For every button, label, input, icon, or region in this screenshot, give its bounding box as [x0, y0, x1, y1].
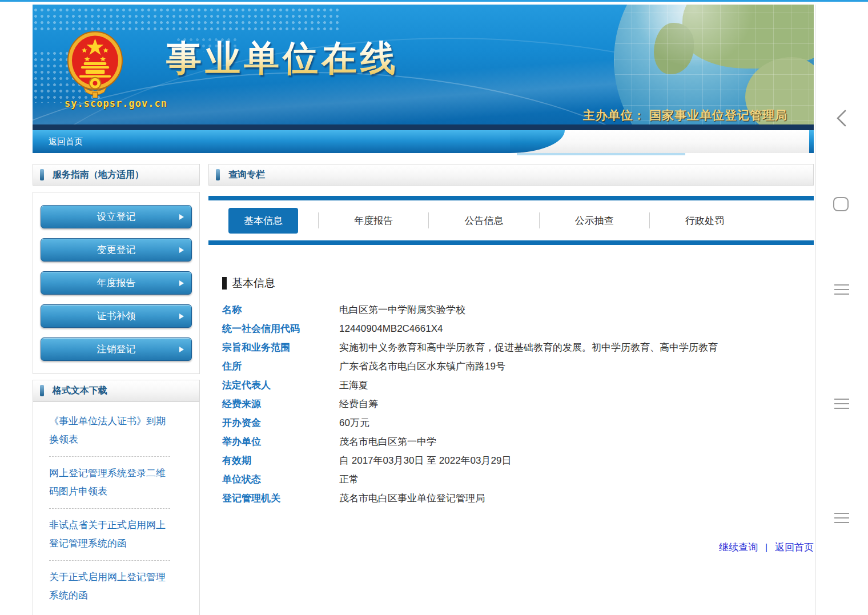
site-title: 事业单位在线 — [166, 34, 399, 82]
tab-row: 基本信息 年度报告 公告信息 公示抽查 行政处罚 — [208, 200, 814, 240]
viewport-right-border — [815, 5, 815, 615]
field-row-validity-period: 有效期 自 2017年03月30日 至 2022年03月29日 — [222, 451, 814, 470]
field-value: 王海夏 — [339, 376, 806, 395]
chevron-left-icon[interactable] — [834, 108, 849, 128]
main-panel: 查询专栏 基本信息 年度报告 公告信息 公示抽查 行政处罚 基本信息 — [208, 164, 814, 554]
sidebar-download-header-label: 格式文本下载 — [53, 385, 107, 397]
home-link[interactable]: 返回首页 — [33, 130, 83, 153]
field-value: 实施初中义务教育和高中学历教育，促进基础教育的发展。初中学历教育、高中学历教育 — [339, 338, 806, 357]
field-value: 茂名市电白区第一中学 — [339, 432, 806, 451]
download-link-nonpilot-letter[interactable]: 非试点省关于正式启用网上登记管理系统的函 — [49, 516, 170, 553]
sidebar-buttons-panel: 设立登记 变更登记 年度报告 证书补领 注销登记 — [33, 192, 200, 374]
hamburger-menu-icon[interactable] — [834, 513, 849, 523]
field-label: 名称 — [222, 300, 339, 319]
tab-bottom-bar — [208, 240, 814, 245]
download-link-certificate-renewal[interactable]: 《事业单位法人证书》到期换领表 — [49, 412, 170, 449]
tab-public-spot-check[interactable]: 公示抽查 — [575, 214, 614, 227]
field-label: 举办单位 — [222, 432, 339, 451]
hamburger-menu-icon[interactable] — [834, 284, 849, 295]
return-home-link[interactable]: 返回首页 — [775, 542, 814, 553]
sidebar-download-panel: 《事业单位法人证书》到期换领表 网上登记管理系统登录二维码图片申领表 非试点省关… — [33, 401, 200, 615]
tab-announcement[interactable]: 公告信息 — [465, 214, 504, 227]
field-row-funding-source: 经费来源 经费自筹 — [222, 395, 814, 413]
sidebar-button-annual-report[interactable]: 年度报告 — [41, 271, 192, 295]
field-label: 登记管理机关 — [222, 489, 339, 508]
field-label: 统一社会信用代码 — [222, 319, 339, 338]
sidebar-button-label: 注销登记 — [97, 343, 136, 356]
field-value: 12440904MB2C4661X4 — [339, 319, 806, 338]
organizer-line: 主办单位： 国家事业单位登记管理局 — [583, 107, 787, 123]
page-container: sy.scopsr.gov.cn 事业单位在线 主办单位： 国家事业单位登记管理… — [33, 5, 814, 615]
basic-info-fields: 名称 电白区第一中学附属实验学校 统一社会信用代码 12440904MB2C46… — [222, 300, 814, 508]
section-title-label: 基本信息 — [232, 276, 275, 291]
arrow-right-icon — [179, 313, 184, 319]
sidebar-button-change[interactable]: 变更登记 — [41, 238, 192, 262]
field-label: 住所 — [222, 357, 339, 376]
rounded-square-icon[interactable] — [833, 197, 849, 211]
banner-bottom-strip — [33, 124, 814, 130]
dashed-divider — [49, 508, 170, 509]
header-accent-bar — [40, 385, 44, 396]
section-title-bar — [222, 277, 227, 290]
field-value: 正常 — [339, 470, 806, 489]
dashed-divider — [49, 456, 170, 457]
arrow-right-icon — [179, 247, 184, 253]
download-link-qrcode-form[interactable]: 网上登记管理系统登录二维码图片申领表 — [49, 464, 170, 501]
field-value: 经费自筹 — [339, 395, 806, 413]
dot-pattern — [33, 7, 341, 33]
sidebar-button-label: 变更登记 — [97, 243, 136, 256]
field-value: 自 2017年03月30日 至 2022年03月29日 — [339, 451, 806, 470]
query-column-header: 查询专栏 — [208, 164, 814, 186]
field-row-registration-authority: 登记管理机关 茂名市电白区事业单位登记管理局 — [222, 489, 814, 508]
field-value: 电白区第一中学附属实验学校 — [339, 300, 806, 319]
field-label: 有效期 — [222, 451, 339, 470]
china-national-emblem-icon — [67, 31, 123, 99]
field-row-sponsor: 举办单位 茂名市电白区第一中学 — [222, 432, 814, 451]
arrow-right-icon — [179, 214, 184, 220]
sidebar-button-establish[interactable]: 设立登记 — [41, 205, 192, 228]
arrow-right-icon — [179, 280, 184, 286]
top-navbar: 返回首页 — [33, 130, 814, 153]
dashed-divider — [49, 560, 170, 561]
field-row-credit-code: 统一社会信用代码 12440904MB2C4661X4 — [222, 319, 814, 338]
download-link-launch-letter[interactable]: 关于正式启用网上登记管理系统的函 — [49, 568, 170, 605]
continue-query-link[interactable]: 继续查询 — [719, 542, 758, 553]
header-accent-bar — [216, 169, 220, 180]
header-accent-bar — [40, 169, 44, 180]
footer-link-separator: | — [765, 542, 767, 553]
hamburger-menu-icon[interactable] — [834, 399, 849, 409]
sidebar-button-deregister[interactable]: 注销登记 — [41, 337, 192, 361]
field-label: 宗旨和业务范围 — [222, 338, 339, 357]
tab-basic-info[interactable]: 基本信息 — [228, 208, 298, 234]
site-url: sy.scopsr.gov.cn — [54, 98, 178, 109]
tab-annual-report[interactable]: 年度报告 — [354, 214, 393, 227]
field-row-legal-representative: 法定代表人 王海夏 — [222, 376, 814, 395]
content-area: 服务指南（地方适用） 设立登记 变更登记 年度报告 证书补领 — [33, 164, 814, 615]
field-label: 单位状态 — [222, 470, 339, 489]
sidebar-button-label: 证书补领 — [97, 309, 136, 323]
page-top-accent-line — [0, 0, 868, 2]
footer-links: 继续查询 | 返回首页 — [208, 541, 814, 554]
site-banner: sy.scopsr.gov.cn 事业单位在线 主办单位： 国家事业单位登记管理… — [33, 5, 814, 124]
earth-globe-icon — [614, 5, 814, 124]
navbar-underline-sliver — [517, 153, 685, 155]
sidebar-button-label: 设立登记 — [97, 210, 136, 223]
field-row-purpose-scope: 宗旨和业务范围 实施初中义务教育和高中学历教育，促进基础教育的发展。初中学历教育… — [222, 338, 814, 357]
tab-administrative-penalty[interactable]: 行政处罚 — [685, 214, 724, 227]
sidebar-guide-header-label: 服务指南（地方适用） — [53, 169, 144, 181]
field-row-initial-capital: 开办资金 60万元 — [222, 413, 814, 432]
field-row-address: 住所 广东省茂名市电白区水东镇广南路19号 — [222, 357, 814, 376]
sidebar-guide-header: 服务指南（地方适用） — [33, 164, 200, 186]
query-column-header-label: 查询专栏 — [228, 169, 265, 181]
arrow-right-icon — [179, 347, 184, 352]
field-label: 法定代表人 — [222, 376, 339, 395]
field-value: 60万元 — [339, 413, 806, 432]
field-label: 开办资金 — [222, 413, 339, 432]
sidebar-button-label: 年度报告 — [97, 276, 136, 290]
sidebar-button-certificate[interactable]: 证书补领 — [41, 304, 192, 328]
sidebar-download-header: 格式文本下载 — [33, 380, 200, 401]
field-row-name: 名称 电白区第一中学附属实验学校 — [222, 300, 814, 319]
tab-top-bar — [208, 196, 814, 200]
field-label: 经费来源 — [222, 395, 339, 413]
section-title: 基本信息 — [222, 276, 814, 291]
